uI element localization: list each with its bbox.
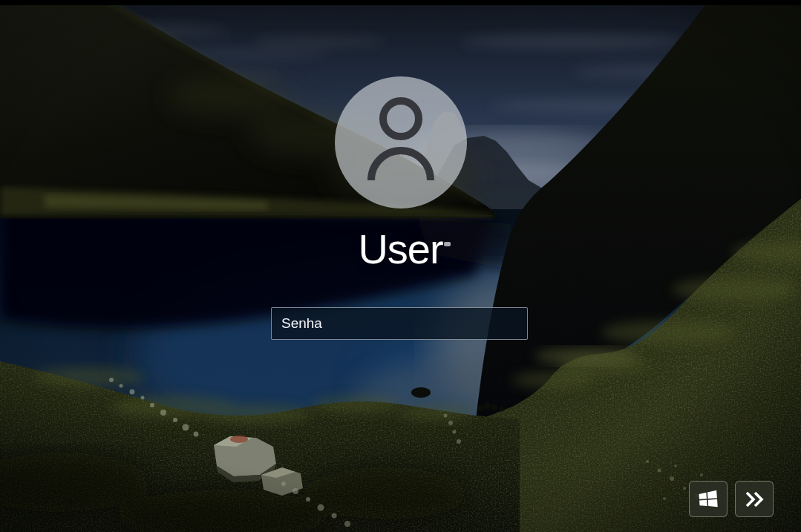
user-avatar [335, 76, 467, 208]
person-icon [335, 76, 467, 208]
double-chevron-right-icon [745, 491, 765, 508]
password-input[interactable] [271, 307, 528, 340]
username-label: User [0, 225, 801, 273]
windows-logo-icon [697, 488, 719, 510]
lock-screen: User [0, 0, 801, 532]
windows-button[interactable] [689, 481, 728, 517]
submit-password-button[interactable] [735, 481, 774, 517]
top-black-bar [0, 0, 801, 5]
